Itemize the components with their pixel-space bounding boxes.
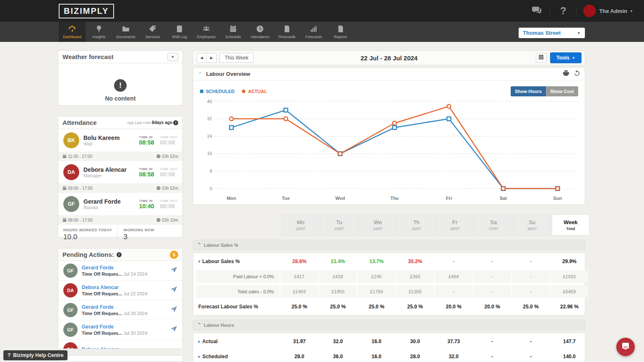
nav-item-attendance[interactable]: Attendance [247, 22, 273, 42]
this-week-button[interactable]: This Week [219, 53, 254, 63]
pending-text: Gerard FordeTime Off Reques... Jul 24 20… [82, 265, 147, 277]
pending-action-item[interactable]: DADebora Alencar [58, 340, 182, 349]
pending-action-item[interactable]: GFGerard FordeTime Off Reques... Jul 20 … [58, 320, 182, 340]
collapse-chevron-icon[interactable]: ⌃ [198, 72, 202, 76]
square-swatch-icon [200, 90, 203, 93]
help-button-top[interactable]: ? [550, 0, 576, 22]
nav-item-forecasts[interactable]: Forecasts [300, 22, 327, 42]
nav-item-label: Dashboard [63, 35, 81, 39]
labour-overview-chart: 0816243240MonTueWedThuFriSatSun [198, 97, 580, 205]
show-cost-button[interactable]: Show Cost [546, 86, 578, 96]
pending-action-item[interactable]: DADebora AlencarTime Off Reques... Jul 2… [58, 281, 182, 300]
section-header-labour-sales-[interactable]: ⌃Labour Sales % [193, 240, 585, 250]
help-centre-button[interactable]: ? Bizimply Help Centre [3, 350, 68, 360]
nav-item-services[interactable]: Services [139, 22, 166, 42]
weather-title: Weather forecast [62, 53, 113, 60]
row-expand-caret-icon[interactable]: ▾ [198, 259, 200, 264]
pending-employee-link[interactable]: Debora Alencar [82, 346, 119, 349]
value-cell: 140.0 [551, 350, 588, 362]
section-header-labour-hours[interactable]: ⌃Labour Hours [193, 320, 585, 330]
nav-item-dashboard[interactable]: Dashboard [59, 22, 86, 42]
pending-text: Debora Alencar [82, 346, 119, 349]
show-hours-button[interactable]: Show Hours [511, 86, 546, 96]
pending-action-item[interactable]: GFGerard FordeTime Off Reques... Jul 24 … [58, 261, 182, 281]
value-cell: 30.0 [396, 335, 434, 348]
user-menu[interactable]: The Admin ▾ [576, 5, 644, 17]
time-out-value: 00:00 [160, 203, 177, 209]
value-cell: 20.0 % [473, 300, 511, 313]
row-label[interactable]: ▸Actual [196, 339, 280, 344]
value-cell: 30.2% [396, 255, 434, 268]
messages-button[interactable] [524, 0, 550, 22]
day-header-cell-we: We24/07 [359, 215, 397, 235]
top-bar: BIZIMPLY ? The Admin ▾ [0, 0, 644, 22]
nav-item-documents[interactable]: Documents [112, 22, 139, 42]
prev-week-button[interactable]: ◀ [197, 53, 207, 63]
day-date: 22/07 [296, 227, 306, 231]
pending-employee-link[interactable]: Gerard Forde [82, 304, 147, 310]
row-label[interactable]: ▸Scheduled [196, 354, 280, 359]
value-cell: - [473, 350, 511, 362]
value-cell: - [512, 270, 550, 283]
pending-employee-link[interactable]: Gerard Forde [82, 324, 147, 330]
week-toolbar: 22 Jul - 28 Jul 2024 ◀ ▶ This Week Tools… [193, 50, 585, 65]
svg-text:Sun: Sun [553, 196, 562, 201]
print-icon[interactable] [563, 70, 569, 78]
nav-item-reports[interactable]: Reports [327, 22, 354, 42]
refresh-icon[interactable] [574, 70, 580, 78]
value-cell: 25.0 % [319, 300, 357, 313]
nav-item-shift-log[interactable]: Shift Log [166, 22, 193, 42]
attendance-row: DADebora AlencarManagerTIME IN08:58TIME … [58, 161, 182, 184]
attendance-row: BKBolu KareemWaitTIME IN08:58TIME OUT00:… [58, 129, 182, 152]
attendance-card: Attendance App Last Activ 8days ago i BK… [58, 116, 183, 238]
labour-overview-title: Labour Overview [206, 71, 250, 77]
employee-role: Manager [83, 173, 127, 178]
intercom-chat-button[interactable] [616, 338, 635, 356]
attendance-row: GFGerard FordeBaristaTIME IN10:40TIME OU… [58, 193, 182, 215]
nav-item-label: Schedule [225, 35, 241, 39]
weather-card: Weather forecast ▼ ! No content [58, 50, 183, 106]
tools-button[interactable]: Tools ▼ [550, 52, 582, 63]
tools-label: Tools [556, 55, 569, 61]
nav-item-timecards[interactable]: Timecards [273, 22, 300, 42]
nav-item-schedule[interactable]: Schedule [220, 22, 247, 42]
day-date: Total [566, 227, 575, 231]
nav-item-insights[interactable]: Insights [86, 22, 112, 42]
day-header-cell-sa: Sa27/07 [475, 215, 512, 235]
table-row: ▾Labour Sales %28.6%21.4%13.7%30.2%---29… [196, 254, 582, 269]
avatar: GF [63, 264, 78, 278]
bizimply-logo: BIZIMPLY [59, 4, 114, 18]
employee-info: Debora AlencarManager [83, 166, 127, 178]
time-out: TIME OUT00:00 [160, 199, 177, 209]
folder-icon [122, 25, 130, 34]
row-label[interactable]: ▾Labour Sales % [196, 259, 280, 264]
location-select[interactable]: Thomas Street ▼ [519, 28, 585, 38]
shift-info-row: 09:00 - 17:0003h 52m [58, 184, 182, 193]
legend-item-scheduled[interactable]: SCHEDULED [200, 89, 234, 94]
next-week-button[interactable]: ▶ [207, 53, 217, 63]
legend-item-actual[interactable]: ACTUAL [242, 89, 267, 94]
pending-request-date: Jul 24 2024 [123, 272, 147, 277]
attendance-title: Attendance [62, 119, 97, 126]
weather-dropdown-button[interactable]: ▼ [167, 53, 178, 61]
nav-item-employees[interactable]: Employees [193, 22, 220, 42]
nav-item-label: Timecards [278, 35, 296, 39]
pending-action-item[interactable]: GFGerard FordeTime Off Reques... Jul 20 … [58, 300, 182, 320]
pending-employee-link[interactable]: Debora Alencar [82, 284, 147, 290]
row-label-text: Paid Labour + 0.0% [233, 274, 274, 279]
value-cell: - [512, 285, 550, 298]
value-cell: 29.9% [551, 255, 588, 268]
pending-employee-link[interactable]: Gerard Forde [82, 265, 147, 271]
info-icon[interactable]: i [173, 120, 178, 125]
svg-text:Tue: Tue [282, 196, 290, 201]
row-expand-caret-icon[interactable]: ▸ [198, 354, 200, 359]
calendar-picker-button[interactable] [536, 53, 547, 63]
value-cell: - [473, 285, 511, 298]
time-out-label: TIME OUT [160, 199, 177, 203]
row-expand-caret-icon[interactable]: ▸ [198, 339, 200, 344]
info-icon[interactable]: i [117, 252, 122, 257]
value-cell: - [435, 285, 473, 298]
day-date: 27/07 [489, 227, 499, 231]
value-cell: 28.0 [280, 350, 318, 362]
table-row: ▸Actual31.9732.016.030.037.73--147.7 [196, 334, 582, 349]
